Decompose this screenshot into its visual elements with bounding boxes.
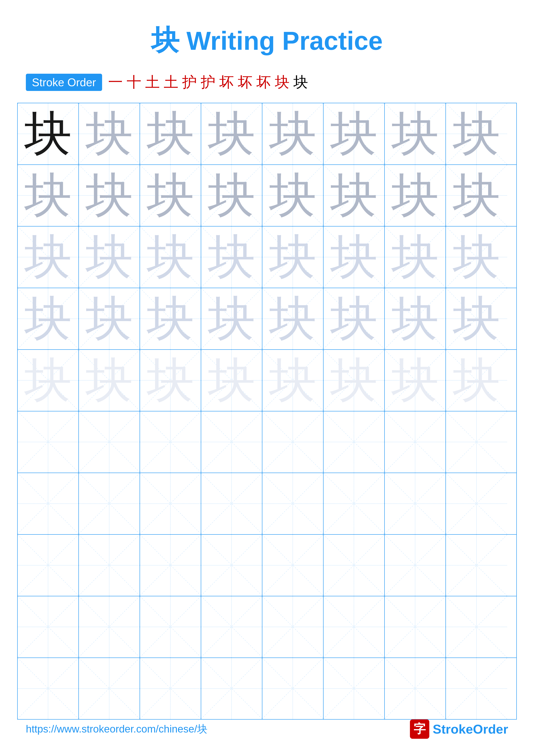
grid-cell[interactable] xyxy=(201,658,262,719)
svg-line-151 xyxy=(201,658,262,719)
svg-line-115 xyxy=(79,535,140,595)
practice-char: 块 xyxy=(208,110,255,157)
practice-char: 块 xyxy=(453,110,500,157)
grid-cell: 块 xyxy=(262,227,323,288)
svg-line-143 xyxy=(446,596,507,658)
grid-cell[interactable] xyxy=(18,596,79,658)
grid-cell[interactable] xyxy=(323,411,385,472)
practice-char: 块 xyxy=(147,172,194,219)
grid-cell: 块 xyxy=(446,165,507,226)
grid-cell[interactable] xyxy=(140,596,201,658)
grid-row-4: 块 块 块 块 块 块 块 块 xyxy=(18,288,516,350)
grid-cell[interactable] xyxy=(201,473,262,534)
grid-cell: 块 xyxy=(79,165,140,226)
practice-char: 块 xyxy=(24,110,72,157)
svg-line-147 xyxy=(79,658,140,719)
grid-cell[interactable] xyxy=(18,535,79,596)
svg-line-158 xyxy=(446,658,507,719)
svg-line-134 xyxy=(201,596,262,657)
grid-row-3: 块 块 块 块 块 块 块 块 xyxy=(18,227,516,288)
svg-line-100 xyxy=(140,473,201,534)
grid-cell[interactable] xyxy=(446,535,507,596)
svg-line-120 xyxy=(262,535,323,595)
grid-row-6 xyxy=(18,411,516,473)
grid-cell[interactable] xyxy=(201,411,262,472)
svg-line-128 xyxy=(18,596,78,657)
grid-cell: 块 xyxy=(201,350,262,411)
svg-line-86 xyxy=(201,411,262,472)
grid-cell[interactable] xyxy=(385,535,446,596)
grid-cell[interactable] xyxy=(140,473,201,534)
svg-line-136 xyxy=(262,596,323,657)
svg-line-85 xyxy=(140,411,201,472)
svg-line-96 xyxy=(18,473,78,534)
svg-line-157 xyxy=(385,658,445,719)
grid-cell[interactable] xyxy=(79,473,140,534)
grid-row-5: 块 块 块 块 块 块 块 块 xyxy=(18,350,516,411)
grid-cell[interactable] xyxy=(79,596,140,658)
grid-cell[interactable] xyxy=(18,658,79,719)
grid-cell[interactable] xyxy=(446,658,507,719)
stroke-sequence: 一 十 土 土 护 护 坏 坏 坏 块 块 xyxy=(108,72,308,92)
svg-line-83 xyxy=(79,411,140,472)
stroke-10: 块 xyxy=(275,72,290,92)
svg-line-119 xyxy=(201,535,262,595)
practice-char: 块 xyxy=(208,172,255,219)
practice-char: 块 xyxy=(147,357,194,404)
grid-cell[interactable] xyxy=(385,658,446,719)
grid-cell[interactable] xyxy=(18,411,79,472)
grid-cell[interactable] xyxy=(385,473,446,534)
grid-cell[interactable] xyxy=(79,411,140,472)
practice-char: 块 xyxy=(330,110,378,157)
svg-line-144 xyxy=(18,658,78,719)
grid-cell[interactable] xyxy=(79,535,140,596)
grid-cell[interactable] xyxy=(262,658,323,719)
grid-cell[interactable] xyxy=(446,411,507,472)
footer-brand: 字 StrokeOrder xyxy=(410,719,508,739)
grid-cell[interactable] xyxy=(140,658,201,719)
stroke-5: 护 xyxy=(182,72,197,92)
practice-char: 块 xyxy=(147,110,194,157)
stroke-order-badge: Stroke Order xyxy=(26,74,102,91)
grid-cell[interactable] xyxy=(446,596,507,658)
svg-line-152 xyxy=(262,658,323,719)
svg-line-159 xyxy=(446,658,507,719)
grid-cell[interactable] xyxy=(262,535,323,596)
stroke-11: 块 xyxy=(293,72,308,92)
grid-row-8 xyxy=(18,535,516,596)
grid-cell: 块 xyxy=(201,165,262,226)
grid-cell: 块 xyxy=(385,227,446,288)
practice-char: 块 xyxy=(453,357,500,404)
grid-cell[interactable] xyxy=(201,535,262,596)
grid-cell: 块 xyxy=(385,165,446,226)
grid-cell[interactable] xyxy=(140,535,201,596)
grid-cell[interactable] xyxy=(201,596,262,658)
grid-cell[interactable] xyxy=(262,473,323,534)
grid-cell[interactable] xyxy=(323,658,385,719)
svg-line-104 xyxy=(262,473,323,534)
grid-cell: 块 xyxy=(262,288,323,349)
grid-cell[interactable] xyxy=(446,473,507,534)
practice-char: 块 xyxy=(392,357,439,404)
grid-cell[interactable] xyxy=(323,596,385,658)
grid-cell: 块 xyxy=(385,103,446,164)
svg-line-112 xyxy=(18,535,78,595)
grid-cell: 块 xyxy=(18,103,79,164)
svg-line-121 xyxy=(262,535,323,595)
brand-name: StrokeOrder xyxy=(433,722,508,737)
grid-cell: 块 xyxy=(323,227,385,288)
grid-cell[interactable] xyxy=(140,411,201,472)
grid-cell[interactable] xyxy=(262,411,323,472)
svg-line-127 xyxy=(446,535,507,596)
svg-line-117 xyxy=(140,535,201,595)
practice-char: 块 xyxy=(208,233,255,281)
grid-cell[interactable] xyxy=(79,658,140,719)
svg-line-140 xyxy=(385,596,445,657)
grid-cell[interactable] xyxy=(385,411,446,472)
svg-line-146 xyxy=(79,658,140,719)
grid-cell[interactable] xyxy=(323,535,385,596)
grid-cell[interactable] xyxy=(262,596,323,658)
grid-cell[interactable] xyxy=(18,473,79,534)
grid-cell[interactable] xyxy=(385,596,446,658)
grid-cell[interactable] xyxy=(323,473,385,534)
